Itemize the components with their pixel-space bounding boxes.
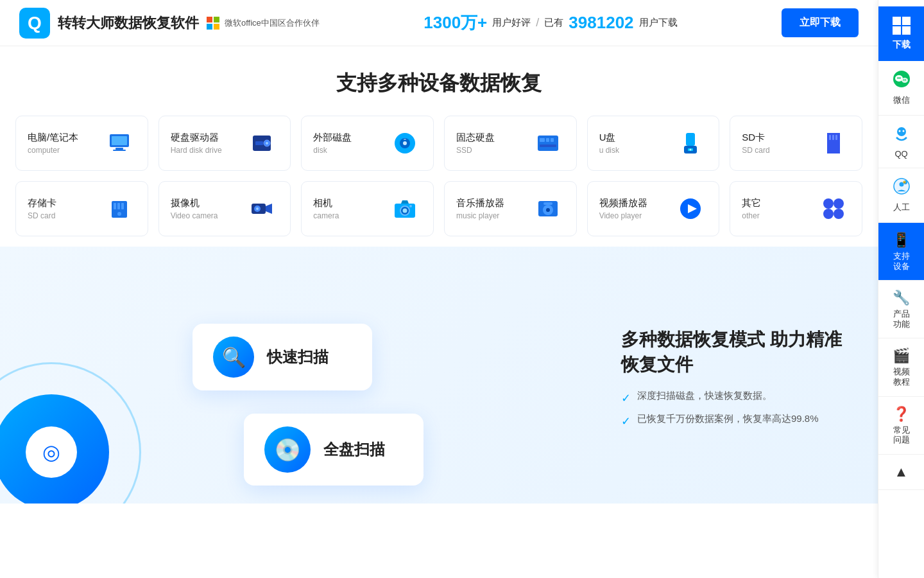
device-card[interactable]: 电脑/笔记本 computer — [15, 116, 148, 171]
device-card[interactable]: 其它 other — [730, 181, 862, 236]
device-card[interactable]: 硬盘驱动器 Hard disk drive — [158, 116, 291, 171]
sidebar-manual-label: 人工 — [893, 202, 910, 213]
device-card[interactable]: SD卡 SD card — [730, 116, 862, 171]
device-icon-wrap — [817, 192, 850, 225]
device-icon-wrap — [103, 127, 136, 160]
svg-point-49 — [823, 209, 834, 219]
manual-icon: 😊 — [893, 177, 911, 199]
svg-point-14 — [403, 141, 407, 145]
svg-rect-54 — [902, 26, 911, 35]
scan-search-icon: 🔍 — [222, 346, 246, 369]
device-icon-wrap — [674, 127, 707, 160]
device-name-en: other — [742, 211, 761, 220]
sidebar-qq-label: QQ — [894, 149, 907, 159]
device-grid-row2: 存储卡 SD card 摄像机 Video camera — [0, 181, 878, 236]
sidebar-item-manual[interactable]: 😊 人工 — [878, 168, 924, 223]
svg-rect-19 — [551, 138, 554, 142]
device-card[interactable]: U盘 u disk — [587, 116, 720, 171]
device-card[interactable]: 音乐播放器 music player — [444, 181, 577, 236]
device-card-text: 外部磁盘 disk — [313, 132, 352, 155]
sidebar-video-label: 视频 教程 — [893, 367, 910, 387]
stat1-num: 1300万+ — [424, 12, 487, 34]
device-card[interactable]: 外部磁盘 disk — [301, 116, 434, 171]
sidebar-features-label: 产品 功能 — [893, 309, 910, 329]
sidebar-item-top[interactable]: ▲ — [878, 455, 924, 490]
svg-rect-26 — [832, 135, 834, 140]
svg-point-24 — [690, 149, 692, 151]
svg-point-62 — [897, 127, 906, 136]
svg-rect-27 — [835, 135, 837, 140]
svg-rect-5 — [112, 136, 127, 145]
device-card[interactable]: 相机 camera — [301, 181, 434, 236]
sidebar-item-devices[interactable]: 📱 支持 设备 — [878, 223, 924, 281]
svg-point-50 — [834, 209, 844, 219]
device-card[interactable]: 固态硬盘 SSD — [444, 116, 577, 171]
logo-box: Q — [19, 8, 50, 39]
bottom-desc1: ✓ 深度扫描磁盘，快速恢复数据。 — [621, 390, 852, 405]
faq-icon: ❓ — [893, 406, 910, 423]
logo-icon: Q — [28, 13, 42, 33]
quick-scan-card[interactable]: 🔍 快速扫描 — [193, 324, 372, 390]
section-title: 支持多种设备数据恢复 — [0, 69, 878, 98]
header-left: Q 转转大师数据恢复软件 微软office中国区合作伙伴 — [19, 8, 320, 39]
device-icon-wrap — [388, 127, 422, 160]
ms-logo — [207, 17, 219, 30]
svg-rect-10 — [255, 141, 263, 145]
device-name-zh: 外部磁盘 — [313, 132, 352, 144]
sidebar-item-qq[interactable]: QQ — [878, 116, 924, 168]
device-name-zh: U盘 — [599, 132, 619, 144]
sidebar-item-features[interactable]: 🔧 产品 功能 — [878, 281, 924, 338]
svg-point-64 — [902, 130, 904, 132]
svg-point-36 — [256, 207, 259, 210]
device-name-en: SSD — [456, 146, 495, 155]
desc1-text: 深度扫描磁盘，快速恢复数据。 — [637, 390, 772, 402]
device-card[interactable]: 摄像机 Video camera — [158, 181, 291, 236]
device-icon-wrap — [245, 192, 278, 225]
full-scan-card[interactable]: 💿 全盘扫描 — [244, 414, 424, 486]
svg-point-61 — [905, 80, 906, 81]
svg-point-43 — [546, 208, 550, 212]
svg-rect-31 — [121, 203, 124, 209]
sidebar-item-video[interactable]: 🎬 视频 教程 — [878, 338, 924, 396]
device-name-en: computer — [28, 146, 78, 155]
win-icon — [893, 17, 911, 37]
quick-scan-label: 快速扫描 — [267, 347, 329, 367]
svg-rect-18 — [546, 138, 549, 142]
svg-point-39 — [403, 209, 407, 213]
svg-rect-2 — [207, 24, 212, 30]
sidebar-download-label: 下载 — [893, 39, 911, 51]
device-card[interactable]: 视频播放器 Video player — [587, 181, 720, 236]
device-icon-wrap — [674, 192, 707, 225]
device-name-en: SD card — [28, 211, 56, 220]
sidebar-wechat-label: 微信 — [893, 94, 910, 106]
header-stats: 1300万+ 用户好评 / 已有 3981202 用户下载 — [424, 12, 677, 34]
svg-point-40 — [409, 205, 412, 207]
sidebar-item-wechat[interactable]: 微信 — [878, 61, 924, 116]
bottom-left: ◎ 🔍 快速扫描 💿 全盘扫描 — [0, 247, 608, 504]
device-card-text: SD卡 SD card — [742, 132, 769, 155]
sidebar-item-faq[interactable]: ❓ 常见 问题 — [878, 397, 924, 455]
svg-rect-29 — [114, 203, 116, 209]
svg-rect-52 — [902, 17, 911, 25]
sidebar-download-button[interactable]: 下载 — [878, 6, 924, 61]
device-card-text: U盘 u disk — [599, 132, 619, 155]
circle-decoration: ◎ — [0, 362, 141, 504]
header-download-button[interactable]: 立即下载 — [782, 8, 859, 37]
device-icon-wrap — [531, 127, 565, 160]
svg-point-15 — [404, 139, 406, 140]
svg-point-58 — [897, 77, 898, 78]
device-card-text: 存储卡 SD card — [28, 197, 56, 220]
svg-point-57 — [902, 78, 908, 83]
device-card-text: 硬盘驱动器 Hard disk drive — [171, 132, 222, 155]
check-icon-2: ✓ — [621, 414, 631, 428]
features-icon: 🔧 — [893, 290, 910, 306]
device-icon-wrap — [388, 192, 422, 225]
device-name-en: music player — [456, 211, 504, 220]
svg-rect-0 — [207, 17, 212, 22]
svg-rect-51 — [893, 17, 901, 25]
desc2-text: 已恢复千万份数据案例，恢复率高达99.8% — [637, 413, 819, 425]
device-card[interactable]: 存储卡 SD card — [15, 181, 148, 236]
circle-inner: ◎ — [0, 394, 109, 504]
device-card-text: 电脑/笔记本 computer — [28, 132, 78, 155]
quick-scan-icon: 🔍 — [213, 337, 254, 378]
